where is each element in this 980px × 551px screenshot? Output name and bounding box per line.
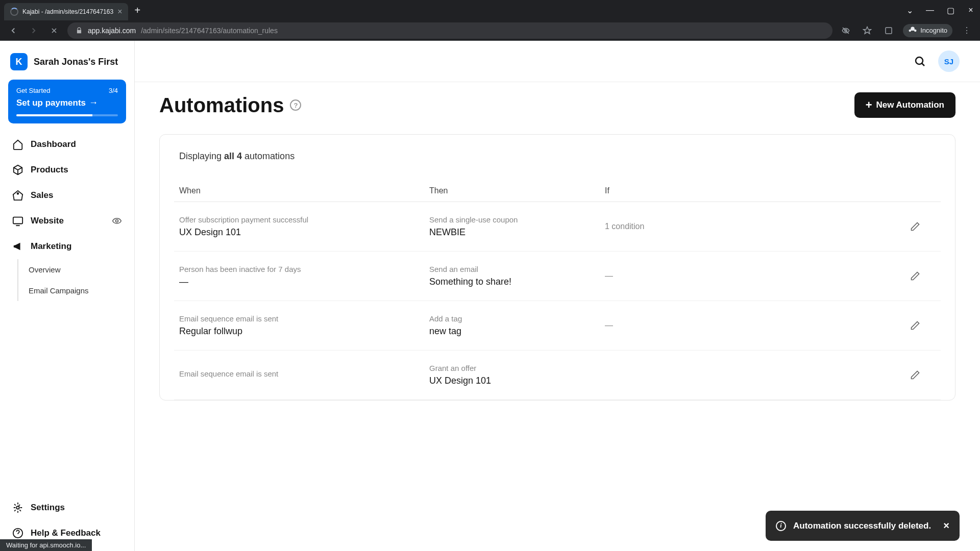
eye-icon[interactable] — [112, 216, 122, 226]
then-action: Send an email — [429, 265, 605, 273]
address-bar[interactable]: app.kajabi.com/admin/sites/2147647163/au… — [67, 22, 832, 39]
forward-button[interactable] — [27, 23, 41, 38]
sidebar: K Sarah Jonas's First Get Started 3/4 Se… — [0, 41, 135, 551]
nav-label: Marketing — [31, 241, 71, 252]
edit-button[interactable] — [910, 271, 936, 281]
new-tab-button[interactable]: + — [134, 5, 140, 16]
edit-button[interactable] — [910, 370, 936, 380]
extensions-icon[interactable] — [881, 23, 896, 38]
window-controls: ⌄ — ▢ × — [904, 6, 976, 15]
browser-status-bar: Waiting for api.smooch.io... — [0, 539, 92, 551]
sidebar-item-dashboard[interactable]: Dashboard — [6, 132, 128, 157]
button-label: New Automation — [876, 100, 944, 110]
new-automation-button[interactable]: + New Automation — [854, 92, 955, 118]
svg-point-7 — [916, 57, 923, 64]
brand-logo-icon: K — [10, 53, 28, 70]
brand-row[interactable]: K Sarah Jonas's First — [6, 50, 128, 80]
close-window-icon[interactable]: × — [966, 6, 976, 15]
sidebar-item-settings[interactable]: Settings — [6, 495, 128, 520]
home-icon — [12, 139, 23, 150]
browser-tab[interactable]: Kajabi - /admin/sites/2147647163 × — [4, 3, 128, 20]
get-started-card[interactable]: Get Started 3/4 Set up payments → — [8, 80, 126, 123]
then-subject: Something to share! — [429, 277, 605, 287]
bookmark-icon[interactable] — [860, 23, 874, 38]
browser-menu-icon[interactable]: ⋮ — [960, 23, 974, 38]
sidebar-item-sales[interactable]: Sales — [6, 183, 128, 208]
help-circle-icon — [12, 528, 23, 539]
package-icon — [12, 164, 23, 176]
table-row[interactable]: Email sequence email is sent Regular fol… — [174, 301, 941, 350]
main-content: SJ Automations ? + New Automation Displa… — [135, 41, 980, 551]
nav-label: Help & Feedback — [31, 528, 101, 538]
subnav-email-campaigns[interactable]: Email Campaigns — [18, 280, 128, 301]
back-button[interactable] — [6, 23, 20, 38]
automations-card: Displaying all 4 automations When Then I… — [159, 134, 955, 400]
get-started-label: Get Started — [16, 87, 50, 94]
svg-point-2 — [17, 193, 19, 194]
col-when: When — [179, 186, 429, 195]
when-subject: Regular follwup — [179, 326, 429, 337]
if-condition: — — [605, 321, 910, 330]
svg-point-5 — [16, 506, 19, 509]
incognito-badge[interactable]: Incognito — [903, 24, 952, 37]
info-icon: i — [776, 521, 786, 531]
table-row[interactable]: Email sequence email is sent Grant an of… — [174, 350, 941, 400]
plus-icon: + — [866, 99, 872, 111]
search-icon[interactable] — [914, 55, 926, 67]
maximize-icon[interactable]: ▢ — [945, 6, 955, 15]
when-subject: — — [179, 277, 429, 287]
url-path: /admin/sites/2147647163/automation_rules — [141, 27, 278, 35]
tracking-icon[interactable] — [839, 23, 853, 38]
nav-label: Products — [31, 165, 68, 175]
minimize-icon[interactable]: — — [925, 6, 935, 15]
arrow-right-icon: → — [89, 97, 98, 108]
nav-label: Dashboard — [31, 139, 76, 149]
then-subject: UX Design 101 — [429, 375, 605, 386]
table-row[interactable]: Offer subscription payment successful UX… — [174, 202, 941, 252]
toast-message: Automation successfully deleted. — [793, 521, 931, 531]
tab-search-icon[interactable]: ⌄ — [904, 6, 915, 15]
incognito-label: Incognito — [920, 27, 947, 34]
lock-icon — [76, 27, 83, 34]
help-icon[interactable]: ? — [290, 99, 301, 111]
count-row: Displaying all 4 automations — [174, 151, 941, 162]
svg-point-4 — [116, 220, 118, 222]
progress-bar — [16, 114, 118, 116]
browser-toolbar: app.kajabi.com/admin/sites/2147647163/au… — [0, 20, 980, 41]
brand-name: Sarah Jonas's First — [34, 57, 118, 67]
when-subject: UX Design 101 — [179, 227, 429, 238]
sidebar-item-website[interactable]: Website — [6, 208, 128, 234]
close-tab-icon[interactable]: × — [117, 7, 122, 16]
loading-spinner-icon — [10, 8, 18, 16]
edit-button[interactable] — [910, 320, 936, 331]
avatar[interactable]: SJ — [938, 51, 960, 72]
when-trigger: Email sequence email is sent — [179, 369, 429, 378]
tag-icon — [12, 190, 23, 201]
sidebar-item-products[interactable]: Products — [6, 157, 128, 183]
gear-icon — [12, 502, 23, 513]
nav-label: Settings — [31, 503, 65, 513]
topbar: SJ — [135, 41, 980, 82]
table-row[interactable]: Person has been inactive for 7 days — Se… — [174, 252, 941, 301]
then-action: Add a tag — [429, 314, 605, 323]
get-started-cta: Set up payments — [16, 98, 86, 108]
tab-title: Kajabi - /admin/sites/2147647163 — [22, 8, 113, 15]
close-toast-icon[interactable]: × — [943, 520, 949, 532]
svg-rect-1 — [886, 28, 892, 34]
edit-button[interactable] — [910, 221, 936, 232]
get-started-progress: 3/4 — [109, 87, 118, 94]
col-then: Then — [429, 186, 605, 195]
sidebar-item-marketing[interactable]: Marketing — [6, 234, 128, 259]
nav-label: Website — [31, 216, 64, 226]
when-trigger: Offer subscription payment successful — [179, 215, 429, 224]
monitor-icon — [12, 215, 23, 227]
nav-label: Sales — [31, 190, 53, 201]
when-trigger: Person has been inactive for 7 days — [179, 265, 429, 273]
stop-reload-button[interactable] — [47, 23, 61, 38]
subnav-overview[interactable]: Overview — [18, 259, 128, 280]
if-condition: — — [605, 271, 910, 281]
browser-tab-strip: Kajabi - /admin/sites/2147647163 × + ⌄ —… — [0, 0, 980, 20]
then-subject: NEWBIE — [429, 227, 605, 238]
when-trigger: Email sequence email is sent — [179, 314, 429, 323]
then-action: Grant an offer — [429, 364, 605, 372]
